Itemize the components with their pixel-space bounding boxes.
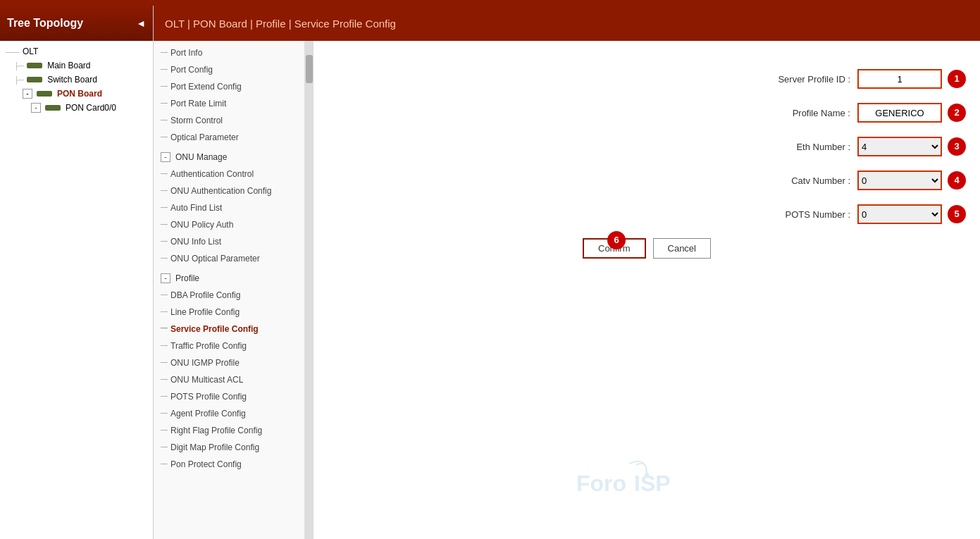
server-profile-id-input[interactable] (857, 69, 942, 89)
menu-item-onu-multicast-acl[interactable]: ONU Multicast ACL (154, 371, 304, 388)
menu-item-storm-control[interactable]: Storm Control (154, 112, 304, 129)
tree-label-main-board: Main Board (47, 61, 90, 70)
profile-label: Profile (175, 273, 199, 283)
watermark: Foro ISP (576, 452, 717, 497)
menu-item-onu-info-list[interactable]: ONU Info List (154, 233, 304, 250)
top-bar (0, 0, 980, 6)
tree-label-pon-board: PON Board (57, 89, 102, 99)
catv-number-select[interactable]: 0 1 2 (857, 171, 942, 190)
step-badge-6: 6 (607, 231, 626, 249)
content-area: Port Info Port Config Port Extend Config… (154, 41, 980, 539)
server-profile-id-label: Server Profile ID : (752, 74, 850, 85)
profile-name-input[interactable] (857, 103, 942, 123)
tree-item-pon-board[interactable]: - PON Board (0, 87, 153, 101)
expand-pon-card[interactable]: - (31, 103, 41, 113)
tree-label-switch-board: Switch Board (47, 75, 97, 85)
svg-text:Foro: Foro (576, 471, 626, 495)
menu-item-pots-profile-config[interactable]: POTS Profile Config (154, 388, 304, 405)
menu-item-port-rate-limit[interactable]: Port Rate Limit (154, 95, 304, 112)
main-layout: Tree Topology ◄ —— OLT ├─ Main Board ├─ … (0, 6, 980, 539)
pots-number-row: POTS Number : 0 1 2 4 5 (328, 204, 966, 224)
right-panel: OLT | PON Board | Profile | Service Prof… (154, 6, 980, 539)
pots-number-select[interactable]: 0 1 2 4 (857, 204, 942, 224)
device-icon-pon-card (45, 105, 61, 111)
step-badge-4: 4 (948, 171, 966, 190)
step-badge-3: 3 (948, 137, 966, 156)
form-buttons: Confirm 6 Cancel (328, 238, 966, 259)
server-profile-id-row: Server Profile ID : 1 (328, 69, 966, 89)
tree-item-main-board[interactable]: ├─ Main Board (0, 58, 153, 73)
port-section: Port Info Port Config Port Extend Config… (154, 44, 304, 146)
tree-label-pon-card: PON Card0/0 (66, 103, 116, 113)
svg-point-0 (645, 473, 649, 477)
svg-text:ISP: ISP (634, 471, 671, 495)
profile-name-label: Profile Name : (752, 108, 850, 118)
menu-item-dba-profile-config[interactable]: DBA Profile Config (154, 287, 304, 304)
device-icon-main-board (27, 63, 42, 68)
cancel-button[interactable]: Cancel (653, 238, 711, 259)
step-badge-5: 5 (948, 205, 966, 223)
device-icon-switch-board (27, 77, 42, 82)
onu-manage-header: - ONU Manage (154, 149, 304, 166)
tree-item-olt[interactable]: —— OLT (0, 44, 153, 58)
tree-item-pon-card[interactable]: - PON Card0/0 (0, 101, 153, 115)
menu-item-auto-find-list[interactable]: Auto Find List (154, 199, 304, 216)
onu-manage-section: - ONU Manage Authentication Control ONU … (154, 149, 304, 267)
tree-item-switch-board[interactable]: ├─ Switch Board (0, 73, 153, 87)
menu-item-onu-optical-parameter[interactable]: ONU Optical Parameter (154, 250, 304, 267)
breadcrumb-text: OLT | PON Board | Profile | Service Prof… (165, 18, 396, 30)
profile-section: - Profile DBA Profile Config Line Profil… (154, 270, 304, 473)
breadcrumb: OLT | PON Board | Profile | Service Prof… (154, 6, 980, 41)
eth-number-row: Eth Number : 0 1 2 3 4 5 6 7 8 3 (328, 137, 966, 156)
device-icon-pon-board (37, 91, 52, 97)
menu-item-line-profile-config[interactable]: Line Profile Config (154, 304, 304, 321)
catv-number-label: Catv Number : (752, 175, 850, 186)
form-area: Server Profile ID : 1 Profile Name : 2 E… (314, 41, 980, 539)
menu-item-onu-policy-auth[interactable]: ONU Policy Auth (154, 216, 304, 233)
menu-item-port-info[interactable]: Port Info (154, 44, 304, 61)
menu-item-traffic-profile-config[interactable]: Traffic Profile Config (154, 337, 304, 354)
sidebar-tree: —— OLT ├─ Main Board ├─ Switch Board - P… (0, 41, 153, 539)
menu-item-agent-profile-config[interactable]: Agent Profile Config (154, 405, 304, 422)
sidebar: Tree Topology ◄ —— OLT ├─ Main Board ├─ … (0, 6, 154, 539)
menu-item-onu-authentication-config[interactable]: ONU Authentication Config (154, 182, 304, 199)
step-badge-2: 2 (948, 104, 966, 122)
middle-menu: Port Info Port Config Port Extend Config… (154, 41, 305, 539)
expand-pon-board[interactable]: - (23, 89, 32, 99)
sidebar-title: Tree Topology (7, 17, 83, 30)
menu-item-optical-parameter[interactable]: Optical Parameter (154, 129, 304, 146)
pots-number-label: POTS Number : (752, 209, 850, 220)
profile-name-row: Profile Name : 2 (328, 103, 966, 123)
eth-number-label: Eth Number : (752, 142, 850, 152)
catv-number-row: Catv Number : 0 1 2 4 (328, 171, 966, 190)
sidebar-collapse-icon[interactable]: ◄ (136, 18, 146, 29)
expand-onu-manage[interactable]: - (161, 152, 170, 162)
tree-label-olt: OLT (23, 47, 38, 56)
expand-profile[interactable]: - (161, 273, 170, 283)
menu-item-onu-igmp-profile[interactable]: ONU IGMP Profile (154, 354, 304, 371)
sidebar-header: Tree Topology ◄ (0, 6, 153, 41)
scrollbar[interactable] (305, 41, 314, 539)
profile-header: - Profile (154, 270, 304, 287)
menu-item-service-profile-config[interactable]: Service Profile Config (154, 321, 304, 337)
menu-item-port-extend-config[interactable]: Port Extend Config (154, 78, 304, 95)
onu-manage-label: ONU Manage (175, 152, 227, 162)
eth-number-select[interactable]: 0 1 2 3 4 5 6 7 8 (857, 137, 942, 156)
menu-item-right-flag-profile-config[interactable]: Right Flag Profile Config (154, 422, 304, 439)
menu-item-port-config[interactable]: Port Config (154, 61, 304, 78)
menu-item-digit-map-profile-config[interactable]: Digit Map Profile Config (154, 439, 304, 456)
menu-item-pon-protect-config[interactable]: Pon Protect Config (154, 456, 304, 473)
menu-item-authentication-control[interactable]: Authentication Control (154, 166, 304, 182)
step-badge-1: 1 (948, 70, 966, 88)
